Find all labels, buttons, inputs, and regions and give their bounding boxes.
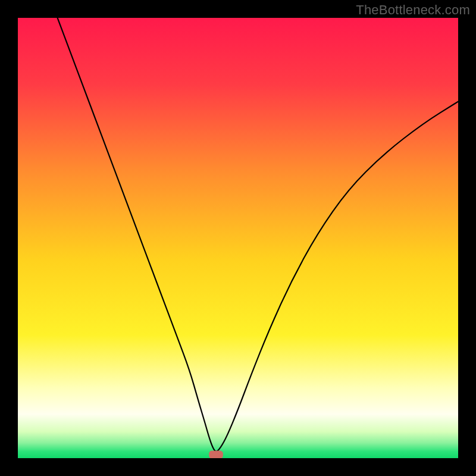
chart-svg (18, 18, 458, 458)
watermark-text: TheBottleneck.com (356, 2, 470, 18)
bottleneck-marker (209, 450, 223, 458)
gradient-background (18, 18, 458, 458)
plot-area (18, 18, 458, 458)
chart-frame: TheBottleneck.com (0, 0, 476, 476)
